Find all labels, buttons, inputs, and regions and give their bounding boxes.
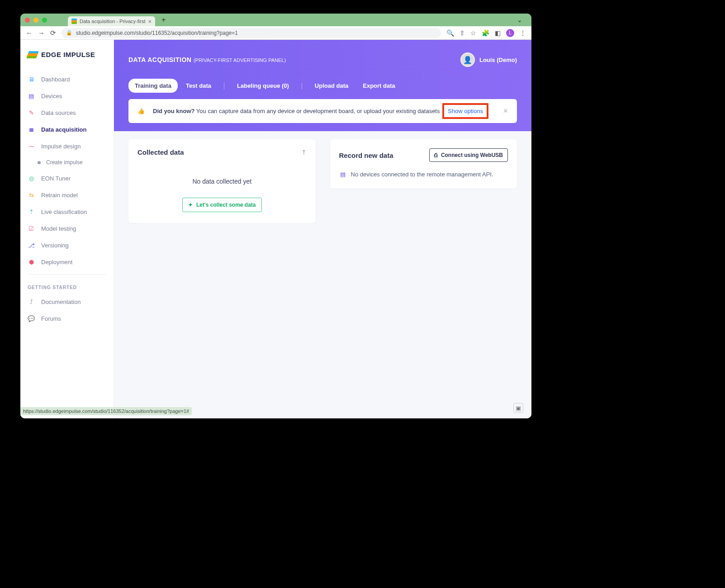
user-name: Louis (Demo) [479, 57, 517, 63]
sidebar-item-live-classification[interactable]: ⇡Live classification [20, 204, 114, 220]
sidebar-item-documentation[interactable]: ⤴Documentation [20, 294, 114, 310]
no-devices-text: No devices connected to the remote manag… [351, 171, 493, 178]
tab-close-icon[interactable]: × [148, 18, 152, 25]
sidebar-getting-started: ⤴Documentation💬Forums [20, 294, 114, 327]
tab-separator [302, 83, 302, 89]
browser-menu-icon[interactable]: ⋮ [520, 29, 526, 37]
no-devices-row: ▤ No devices connected to the remote man… [339, 162, 508, 180]
window-traffic-lights [25, 18, 47, 23]
star-icon[interactable]: ☆ [470, 29, 476, 37]
tab-export-data[interactable]: Export data [356, 79, 402, 93]
banner-area: 👍 Did you know? You can capture data fro… [114, 93, 531, 131]
collected-empty-text: No data collected yet [137, 168, 307, 190]
banner-body: You can capture data from any device or … [196, 108, 440, 114]
tab-upload-data[interactable]: Upload data [308, 79, 355, 93]
dot-icon [38, 161, 41, 164]
data-tabs: Training dataTest dataLabeling queue (0)… [128, 79, 517, 93]
forums-icon: 💬 [28, 315, 35, 322]
page-subtitle: (PRIVACY-FIRST ADVERTISING PANEL) [194, 57, 286, 63]
sidebar-item-label: Devices [41, 93, 62, 100]
page-title: DATA ACQUISITION [128, 56, 191, 63]
sidebar-item-label: Forums [41, 315, 61, 322]
zoom-icon[interactable]: 🔍 [446, 29, 454, 37]
status-bar-url: https://studio.edgeimpulse.com/studio/11… [20, 407, 192, 415]
eon-tuner-icon: ◎ [28, 175, 35, 182]
retrain-model-icon: ⇆ [28, 192, 35, 199]
sidebar: EDGE IMPULSE 🖥Dashboard▤Devices✎Data sou… [20, 40, 114, 418]
sidebar-item-label: Versioning [41, 242, 69, 249]
sidebar-item-retrain-model[interactable]: ⇆Retrain model [20, 187, 114, 204]
sidebar-item-deployment[interactable]: ⬢Deployment [20, 254, 114, 270]
avatar: 👤 [460, 52, 475, 67]
sidebar-nav: 🖥Dashboard▤Devices✎Data sources≣Data acq… [20, 71, 114, 270]
share-icon[interactable]: ⇧ [460, 29, 465, 37]
address-bar[interactable]: 🔒 studio.edgeimpulse.com/studio/116352/a… [62, 28, 441, 38]
documentation-icon: ⤴ [28, 299, 35, 305]
sidebar-item-label: Model testing [41, 225, 76, 232]
browser-profile-icon[interactable]: L [506, 29, 514, 37]
impulse-design-icon: ⁓ [28, 143, 35, 150]
sidebar-sub-label: Create impulse [46, 159, 83, 166]
feedback-icon[interactable]: ▣ [513, 403, 523, 413]
sidebar-item-forums[interactable]: 💬Forums [20, 310, 114, 327]
browser-toolbar: ← → ⟳ 🔒 studio.edgeimpulse.com/studio/11… [20, 26, 531, 40]
sidebar-item-label: Data sources [41, 109, 76, 116]
sidebar-item-label: Live classification [41, 209, 87, 215]
user-menu[interactable]: 👤 Louis (Demo) [460, 52, 517, 67]
sidebar-item-label: EON Tuner [41, 175, 71, 182]
show-options-link[interactable]: Show options [442, 103, 488, 119]
tabs-dropdown-icon[interactable]: ⌄ [517, 16, 527, 24]
page-header: DATA ACQUISITION (PRIVACY-FIRST ADVERTIS… [114, 40, 531, 93]
tab-training-data[interactable]: Training data [128, 79, 178, 93]
upload-icon[interactable]: ⤒ [301, 149, 307, 156]
model-testing-icon: ☑ [28, 225, 35, 232]
sidebar-item-data-sources[interactable]: ✎Data sources [20, 104, 114, 121]
address-url: studio.edgeimpulse.com/studio/116352/acq… [76, 30, 238, 36]
usb-icon: ⎙ [434, 152, 437, 158]
app: EDGE IMPULSE 🖥Dashboard▤Devices✎Data sou… [20, 40, 531, 418]
tab-test-data[interactable]: Test data [180, 79, 218, 93]
dashboard-icon: 🖥 [28, 76, 35, 83]
connect-webusb-label: Connect using WebUSB [441, 152, 503, 158]
deployment-icon: ⬢ [28, 259, 35, 266]
lock-icon: 🔒 [66, 30, 72, 36]
window-close-icon[interactable] [25, 18, 30, 23]
wand-icon: ✦ [188, 202, 193, 208]
sidebar-item-model-testing[interactable]: ☑Model testing [20, 220, 114, 237]
tab-separator [224, 83, 224, 89]
sidebar-item-impulse-design[interactable]: ⁓Impulse design [20, 138, 114, 155]
nav-back-icon[interactable]: ← [26, 29, 33, 37]
new-tab-button[interactable]: + [158, 16, 169, 24]
banner-close-icon[interactable]: × [503, 106, 508, 116]
logo-mark-icon [26, 51, 39, 58]
sidebar-item-label: Retrain model [41, 192, 78, 199]
tab-favicon-icon [71, 19, 77, 24]
window-minimize-icon[interactable] [33, 18, 38, 23]
content: Collected data ⤒ No data collected yet ✦… [114, 131, 531, 231]
sidebar-item-dashboard[interactable]: 🖥Dashboard [20, 71, 114, 88]
connect-webusb-button[interactable]: ⎙ Connect using WebUSB [429, 148, 508, 162]
sidebar-item-label: Dashboard [41, 76, 70, 83]
sidebar-item-devices[interactable]: ▤Devices [20, 88, 114, 104]
window-maximize-icon[interactable] [42, 18, 47, 23]
brand-logo[interactable]: EDGE IMPULSE [20, 51, 114, 71]
sidebar-item-eon-tuner[interactable]: ◎EON Tuner [20, 170, 114, 187]
record-data-title: Record new data [339, 152, 393, 159]
collect-data-button[interactable]: ✦ Let's collect some data [182, 198, 262, 212]
tab-labeling-queue-0-[interactable]: Labeling queue (0) [231, 79, 295, 93]
panel-icon[interactable]: ◧ [495, 29, 501, 37]
brand-name: EDGE IMPULSE [41, 51, 95, 58]
live-classification-icon: ⇡ [28, 209, 35, 215]
thumbs-up-icon: 👍 [137, 108, 145, 114]
nav-forward-icon[interactable]: → [38, 29, 45, 37]
sidebar-getting-started-header: GETTING STARTED [20, 278, 114, 294]
sidebar-item-label: Deployment [41, 259, 72, 266]
sidebar-item-data-acquisition[interactable]: ≣Data acquisition [20, 121, 114, 138]
browser-tab-title: Data acquisition - Privacy-first [80, 19, 146, 24]
sidebar-item-versioning[interactable]: ⎇Versioning [20, 237, 114, 254]
collect-data-label: Let's collect some data [196, 202, 256, 208]
sidebar-sub-create-impulse[interactable]: Create impulse [20, 155, 114, 170]
nav-reload-icon[interactable]: ⟳ [50, 29, 56, 37]
browser-tab[interactable]: Data acquisition - Privacy-first × [68, 16, 155, 26]
extensions-icon[interactable]: 🧩 [482, 29, 489, 37]
